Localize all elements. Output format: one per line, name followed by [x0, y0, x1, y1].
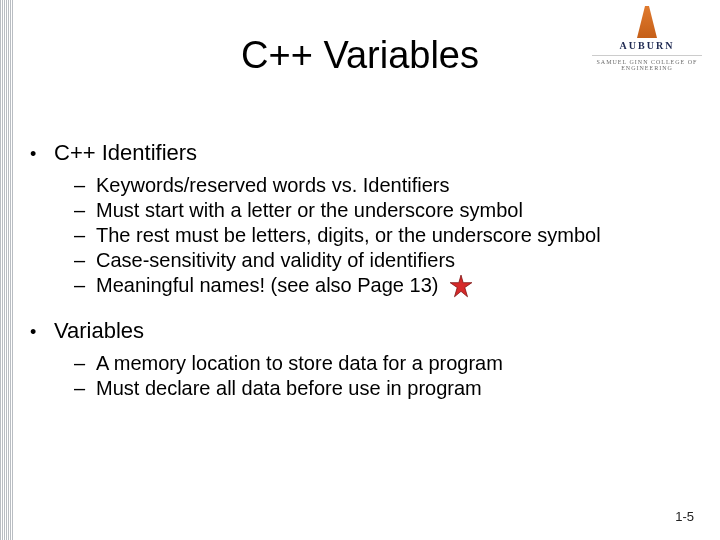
section-heading: • Variables	[30, 318, 690, 346]
list-item: – Keywords/reserved words vs. Identifier…	[74, 174, 690, 197]
sub-bullet-group: – A memory location to store data for a …	[74, 352, 690, 400]
list-item-text: The rest must be letters, digits, or the…	[96, 224, 690, 247]
slide-title: C++ Variables	[0, 34, 720, 77]
slide-edge-decoration	[0, 0, 14, 540]
list-item: – A memory location to store data for a …	[74, 352, 690, 375]
svg-marker-0	[450, 275, 472, 297]
list-item: – Must declare all data before use in pr…	[74, 377, 690, 400]
dash-icon: –	[74, 377, 96, 400]
list-item: – Case-sensitivity and validity of ident…	[74, 249, 690, 272]
dash-icon: –	[74, 199, 96, 222]
dash-icon: –	[74, 224, 96, 247]
list-item-text: Keywords/reserved words vs. Identifiers	[96, 174, 690, 197]
sub-bullet-group: – Keywords/reserved words vs. Identifier…	[74, 174, 690, 300]
list-item: – Must start with a letter or the unders…	[74, 199, 690, 222]
dash-icon: –	[74, 174, 96, 197]
list-item-inner-text: Meaningful names! (see also Page 13)	[96, 274, 438, 296]
dash-icon: –	[74, 274, 96, 297]
list-item-text: Case-sensitivity and validity of identif…	[96, 249, 690, 272]
list-item-text: Must start with a letter or the undersco…	[96, 199, 690, 222]
list-item-text: A memory location to store data for a pr…	[96, 352, 690, 375]
section-heading-text: C++ Identifiers	[54, 140, 690, 166]
star-icon	[448, 274, 474, 300]
list-item-text: Meaningful names! (see also Page 13)	[96, 274, 690, 300]
list-item: – The rest must be letters, digits, or t…	[74, 224, 690, 247]
section-heading: • C++ Identifiers	[30, 140, 690, 168]
bullet-icon: •	[30, 140, 54, 168]
dash-icon: –	[74, 352, 96, 375]
dash-icon: –	[74, 249, 96, 272]
list-item: – Meaningful names! (see also Page 13)	[74, 274, 690, 300]
section-heading-text: Variables	[54, 318, 690, 344]
list-item-text: Must declare all data before use in prog…	[96, 377, 690, 400]
bullet-icon: •	[30, 318, 54, 346]
slide-body: • C++ Identifiers – Keywords/reserved wo…	[30, 140, 690, 418]
page-number: 1-5	[675, 509, 694, 524]
